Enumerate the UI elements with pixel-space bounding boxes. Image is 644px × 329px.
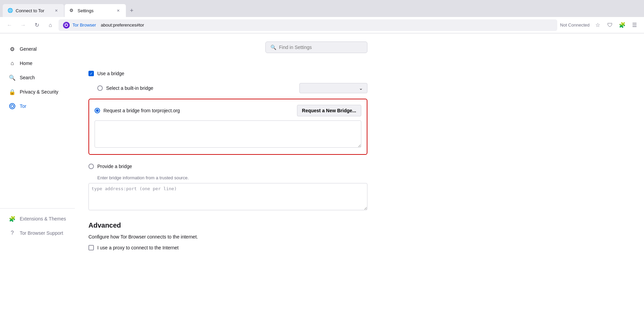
tor-badge xyxy=(63,22,70,29)
browser-frame: 🌐 Connect to Tor ✕ ⚙ Settings ✕ + ← → ↻ … xyxy=(0,0,644,329)
request-bridge-box: Request a bridge from torproject.org Req… xyxy=(88,99,367,155)
proxy-row: I use a proxy to connect to the Internet xyxy=(88,245,367,250)
provide-bridge-desc: Enter bridge information from a trusted … xyxy=(97,175,367,180)
provide-bridge-row: Provide a bridge xyxy=(88,162,367,171)
use-bridge-label: Use a bridge xyxy=(97,71,124,76)
puzzle-icon: 🧩 xyxy=(9,215,16,222)
advanced-section: Advanced Configure how Tor Browser conne… xyxy=(88,221,367,250)
main-content: ⚙ General ⌂ Home 🔍 Search 🔒 Privacy & Se… xyxy=(0,33,644,329)
toolbar-right: Not Connected ☆ 🛡 🧩 ☰ xyxy=(560,20,640,31)
sidebar-item-privacy[interactable]: 🔒 Privacy & Security xyxy=(3,85,72,99)
sidebar-search-label: Search xyxy=(20,75,35,80)
home-icon: ⌂ xyxy=(9,60,16,67)
menu-button[interactable]: ☰ xyxy=(629,20,640,31)
request-new-bridge-button[interactable]: Request a New Bridge... xyxy=(297,105,361,116)
tor-badge-inner xyxy=(65,23,68,27)
built-in-bridge-dropdown[interactable]: ⌄ xyxy=(299,83,367,93)
home-button[interactable]: ⌂ xyxy=(45,20,56,31)
sidebar-privacy-label: Privacy & Security xyxy=(20,89,59,95)
request-bridge-header: Request a bridge from torproject.org Req… xyxy=(95,105,361,116)
address-input[interactable] xyxy=(101,22,553,28)
sidebar-item-home[interactable]: ⌂ Home xyxy=(3,56,72,70)
reload-button[interactable]: ↻ xyxy=(31,20,42,31)
sidebar-item-search[interactable]: 🔍 Search xyxy=(3,71,72,84)
provide-bridge-label: Provide a bridge xyxy=(97,164,132,169)
sidebar-item-extensions[interactable]: 🧩 Extensions & Themes xyxy=(3,212,72,226)
tor-browser-label: Tor Browser xyxy=(72,22,96,28)
sidebar: ⚙ General ⌂ Home 🔍 Search 🔒 Privacy & Se… xyxy=(0,33,75,329)
sidebar-general-label: General xyxy=(20,46,37,52)
tab-connect-to-tor-label: Connect to Tor xyxy=(16,8,44,13)
gear-icon: ⚙ xyxy=(9,46,16,52)
svg-point-1 xyxy=(11,105,14,108)
sidebar-extensions-label: Extensions & Themes xyxy=(20,216,66,221)
tab-settings-label: Settings xyxy=(78,8,94,13)
use-bridge-checkbox[interactable]: ✓ xyxy=(88,71,94,76)
provide-bridge-radio[interactable] xyxy=(88,164,94,169)
toolbar: ← → ↻ ⌂ Tor Browser Not Connected ☆ 🛡 🧩 … xyxy=(0,17,644,33)
back-button[interactable]: ← xyxy=(4,20,15,31)
find-search-icon: 🔍 xyxy=(270,45,276,50)
settings-top-bar: 🔍 xyxy=(88,42,367,64)
tab-connect-to-tor[interactable]: 🌐 Connect to Tor ✕ xyxy=(3,4,64,17)
dropdown-chevron-icon: ⌄ xyxy=(359,85,363,91)
sidebar-tor-label: Tor xyxy=(20,103,26,109)
tab-close-connect[interactable]: ✕ xyxy=(53,7,59,14)
provide-bridge-textarea[interactable] xyxy=(88,183,367,210)
built-in-radio[interactable] xyxy=(97,85,103,91)
extensions-button[interactable]: 🧩 xyxy=(617,20,628,31)
advanced-title: Advanced xyxy=(88,221,367,229)
advanced-desc: Configure how Tor Browser connects to th… xyxy=(88,234,367,240)
settings-content: 🔍 ✓ Use a bridge Select a built-in bridg… xyxy=(75,33,381,329)
request-bridge-radio[interactable] xyxy=(95,108,100,113)
proxy-label: I use a proxy to connect to the Internet xyxy=(97,245,179,250)
bookmark-button[interactable]: ☆ xyxy=(592,20,603,31)
shield-button[interactable]: 🛡 xyxy=(605,20,615,31)
proxy-checkbox[interactable] xyxy=(88,245,94,250)
svg-point-0 xyxy=(10,103,15,109)
sidebar-item-support[interactable]: ? Tor Browser Support xyxy=(3,226,72,240)
provide-bridge-section: Provide a bridge Enter bridge informatio… xyxy=(88,162,367,211)
help-icon: ? xyxy=(9,230,16,236)
sidebar-item-tor[interactable]: Tor xyxy=(3,99,72,113)
lock-icon: 🔒 xyxy=(9,88,16,95)
use-bridge-row[interactable]: ✓ Use a bridge xyxy=(88,71,367,76)
tab-close-settings[interactable]: ✕ xyxy=(115,7,121,14)
new-tab-button[interactable]: + xyxy=(127,5,137,16)
radio-dot xyxy=(96,109,99,112)
forward-button[interactable]: → xyxy=(18,20,29,31)
built-in-bridge-row: Select a built-in bridge ⌄ xyxy=(97,83,367,93)
built-in-bridge-label: Select a built-in bridge xyxy=(106,85,153,91)
request-bridge-textarea[interactable] xyxy=(95,120,361,148)
address-bar[interactable]: Tor Browser xyxy=(59,19,557,31)
page-icon: 🌐 xyxy=(7,8,13,13)
check-icon: ✓ xyxy=(90,71,93,76)
find-in-settings-bar[interactable]: 🔍 xyxy=(265,42,367,53)
sidebar-item-general[interactable]: ⚙ General xyxy=(3,42,72,56)
tab-settings[interactable]: ⚙ Settings ✕ xyxy=(65,4,126,17)
search-icon: 🔍 xyxy=(9,74,16,81)
find-settings-input[interactable] xyxy=(279,45,362,50)
tab-bar: 🌐 Connect to Tor ✕ ⚙ Settings ✕ + xyxy=(0,0,644,17)
sidebar-support-label: Tor Browser Support xyxy=(20,230,63,236)
tor-icon xyxy=(9,103,16,110)
not-connected-label: Not Connected xyxy=(560,22,590,28)
settings-tab-icon: ⚙ xyxy=(69,8,75,13)
request-bridge-label: Request a bridge from torproject.org xyxy=(103,108,294,113)
built-in-bridge-section: Select a built-in bridge ⌄ xyxy=(97,83,367,93)
sidebar-home-label: Home xyxy=(20,61,32,66)
